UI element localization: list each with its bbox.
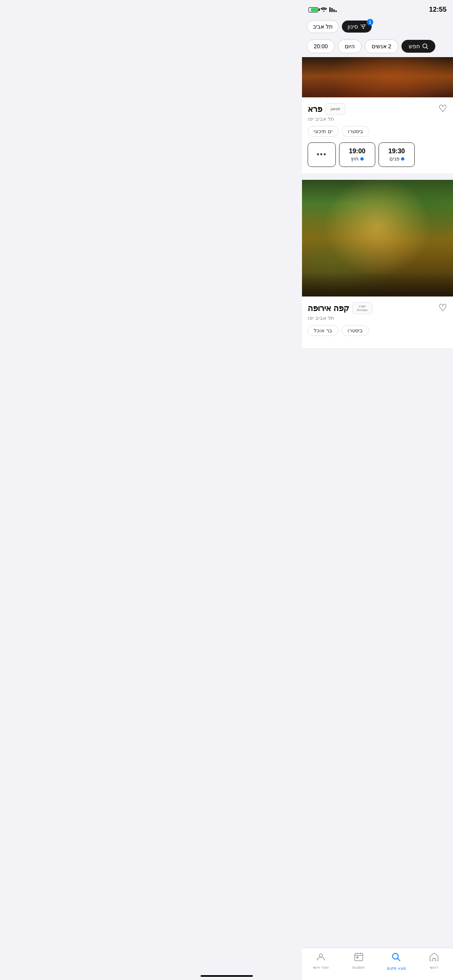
restaurant-card-2: ♡ Café Europa קפה אירופה תל אביב יפו ביס… xyxy=(302,180,453,348)
dot-indoor xyxy=(401,157,404,161)
favorite-button-1[interactable]: ♡ xyxy=(439,103,447,114)
tag-mediterranean-1: ים תיכוני xyxy=(308,126,339,137)
content: ♡ pereh פרא תל אביב יפו ביסטרו ים תיכוני… xyxy=(302,57,453,391)
restaurant-name-1: פרא xyxy=(308,104,322,114)
battery-icon xyxy=(308,7,318,12)
location-button[interactable]: תל אביב xyxy=(307,20,339,33)
partial-top-image xyxy=(302,57,453,97)
tags-2: ביסטרו בר אוכל xyxy=(308,325,447,336)
filter-row: חפש 2 אנשים היום 20:00 xyxy=(302,36,453,57)
card-body-2: ♡ Café Europa קפה אירופה תל אביב יפו ביס… xyxy=(302,296,453,348)
time-slots-1: 19:30 פנים 19:00 חוץ ••• xyxy=(308,142,447,167)
location-label: תל אביב xyxy=(313,23,333,30)
filter-button[interactable]: סינון 1 xyxy=(342,21,372,33)
search-button[interactable]: חפש xyxy=(401,40,435,53)
card-body-1: ♡ pereh פרא תל אביב יפו ביסטרו ים תיכוני… xyxy=(302,97,453,173)
search-bar: סינון 1 תל אביב xyxy=(302,17,453,36)
status-time: 12:55 xyxy=(429,6,447,14)
tags-1: ביסטרו ים תיכוני xyxy=(308,126,447,137)
day-chip[interactable]: היום xyxy=(338,39,362,53)
restaurant-name-2: קפה אירופה xyxy=(308,303,349,313)
svg-point-5 xyxy=(363,27,364,29)
card-image-2 xyxy=(302,180,453,296)
tag-bar-2: בר אוכל xyxy=(308,325,338,336)
filter-badge: 1 xyxy=(367,19,373,25)
card-header-2: ♡ Café Europa קפה אירופה תל אביב יפו xyxy=(308,302,447,321)
status-bar: 12:55 xyxy=(302,0,453,17)
time-chip[interactable]: 20:00 xyxy=(307,39,335,53)
guests-chip[interactable]: 2 אנשים xyxy=(365,39,398,53)
search-label: חפש xyxy=(409,43,420,49)
status-icons xyxy=(308,7,337,13)
more-slots-button-1[interactable]: ••• xyxy=(308,142,336,167)
svg-point-4 xyxy=(362,26,363,27)
tag-bistro-1: ביסטרו xyxy=(342,126,369,137)
dots-icon-1: ••• xyxy=(317,150,327,159)
time-slot-1930[interactable]: 19:30 פנים xyxy=(379,142,415,167)
wifi-icon xyxy=(321,7,327,13)
restaurant-location-1: תל אביב יפו xyxy=(308,116,334,122)
restaurant-logo-1: pereh xyxy=(325,103,345,115)
svg-point-3 xyxy=(364,25,365,26)
tag-bistro-2: ביסטרו xyxy=(341,325,369,336)
card-info-2: Café Europa קפה אירופה תל אביב יפו xyxy=(308,302,372,321)
dot-outdoor xyxy=(360,157,364,161)
svg-line-7 xyxy=(426,47,428,49)
restaurant-logo-2: Café Europa xyxy=(352,302,372,314)
restaurant-card-1: ♡ pereh פרא תל אביב יפו ביסטרו ים תיכוני… xyxy=(302,97,453,173)
card-header-1: ♡ pereh פרא תל אביב יפו xyxy=(308,103,447,122)
time-slot-1900[interactable]: 19:00 חוץ xyxy=(339,142,375,167)
card-info-1: pereh פרא תל אביב יפו xyxy=(308,103,345,122)
signal-icon xyxy=(329,7,337,12)
filter-label: סינון xyxy=(348,23,358,30)
favorite-button-2[interactable]: ♡ xyxy=(439,302,447,313)
restaurant-location-2: תל אביב יפו xyxy=(308,315,334,321)
